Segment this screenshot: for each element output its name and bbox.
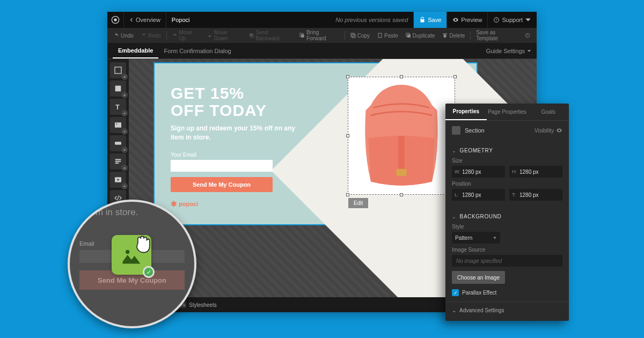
duplicate-button[interactable]: Duplicate [402, 31, 438, 41]
stylesheets-tab[interactable]: CSStylesheets [179, 301, 217, 308]
resize-handle[interactable] [346, 193, 349, 196]
app-logo-icon[interactable] [107, 12, 123, 28]
guide-settings-button[interactable]: Guide Settings [486, 48, 531, 54]
choose-image-button[interactable]: Choose an Image [452, 271, 505, 284]
resize-handle[interactable] [346, 75, 349, 78]
version-status: No previous versions saved [335, 17, 413, 23]
move-down-button[interactable]: Move Down [204, 27, 245, 43]
eye-icon [452, 17, 459, 23]
design-canvas[interactable]: GET 15%OFF TODAY Sign up and redeem your… [155, 63, 477, 224]
svg-rect-9 [352, 34, 355, 38]
top-field[interactable]: T: [509, 189, 562, 201]
grab-cursor-icon [131, 232, 155, 255]
panel-header: Section Visibility [445, 121, 569, 140]
overview-crumb[interactable]: Overview [123, 12, 166, 28]
backpack-image [348, 77, 455, 194]
tab-properties[interactable]: Properties [445, 104, 487, 120]
tab-goals[interactable]: Goals [528, 104, 569, 120]
email-input[interactable] [171, 160, 273, 172]
svg-rect-10 [378, 33, 382, 38]
section-label: Section [465, 127, 485, 134]
copy-button[interactable]: Copy [347, 31, 373, 41]
plus-icon: + [121, 110, 128, 116]
canvas-tabs: Embeddable Form Confirmation Dialog Guid… [107, 43, 537, 59]
zoom-inset: item in store. Email Send Me My Coupon ✓ [68, 200, 196, 328]
background-group-toggle[interactable]: ⌄BACKGROUND [452, 214, 562, 219]
size-label: Size [452, 158, 562, 164]
parallax-checkbox[interactable]: ✓ Parallax Effect [452, 289, 562, 296]
delete-button[interactable]: Delete [439, 31, 468, 41]
promo-subtext[interactable]: Sign up and redeem your 15% off on any i… [171, 124, 310, 142]
move-up-button[interactable]: Move Up [169, 27, 203, 43]
plus-icon: + [121, 146, 128, 153]
redo-button[interactable]: Redo [138, 31, 164, 41]
save-button[interactable]: Save [413, 12, 447, 28]
paste-button[interactable]: Paste [374, 31, 401, 41]
eye-icon [556, 127, 562, 134]
text-tool[interactable]: T+ [110, 99, 126, 115]
preview-button[interactable]: Preview [447, 12, 487, 28]
plus-icon: + [121, 183, 128, 189]
support-button[interactable]: ? Support [487, 12, 537, 28]
overview-label: Overview [136, 17, 160, 23]
image-tool[interactable]: + [110, 117, 126, 133]
visibility-toggle[interactable]: Visibility [535, 127, 562, 134]
promo-headline[interactable]: GET 15%OFF TODAY [171, 85, 310, 119]
left-input[interactable] [462, 192, 502, 198]
toolbar-help-button[interactable]: ? [522, 31, 533, 40]
checkbox-checked-icon: ✓ [452, 289, 459, 296]
zoom-text-fragment: item in store. [86, 207, 138, 218]
section-tool[interactable]: + [110, 62, 126, 78]
width-field[interactable]: W: [452, 166, 505, 178]
help-icon: ? [493, 17, 500, 23]
bring-forward-button[interactable]: Bring Forward [296, 27, 342, 43]
save-label: Save [428, 17, 441, 23]
edit-image-button[interactable]: Edit [348, 198, 368, 208]
section-icon [452, 126, 460, 135]
resize-handle[interactable] [453, 75, 457, 78]
svg-text:?: ? [527, 34, 529, 37]
undo-button[interactable]: Undo [111, 31, 137, 41]
support-label: Support [502, 17, 523, 23]
top-input[interactable] [519, 192, 560, 198]
send-backward-button[interactable]: Send Backward [246, 27, 295, 43]
style-select[interactable]: Pattern▼ [452, 232, 500, 244]
selected-image[interactable]: Edit [348, 77, 455, 195]
plus-icon: + [121, 74, 128, 80]
chevron-down-icon [525, 17, 531, 23]
left-field[interactable]: L: [452, 189, 505, 201]
box-tool[interactable]: + [110, 80, 126, 97]
resize-handle[interactable] [346, 134, 349, 137]
resize-handle[interactable] [400, 193, 403, 196]
height-field[interactable]: H: [509, 166, 562, 178]
svg-rect-19 [115, 142, 121, 144]
resize-handle[interactable] [400, 75, 403, 78]
width-input[interactable] [462, 169, 502, 175]
tab-embeddable[interactable]: Embeddable [113, 43, 158, 58]
svg-rect-8 [351, 33, 354, 36]
chevron-down-icon: ⌄ [452, 214, 457, 219]
panel-tabs: Properties Page Properties Goals [445, 104, 569, 121]
svg-point-1 [114, 18, 116, 21]
chevron-down-icon [527, 49, 531, 53]
style-label: Style [452, 224, 562, 230]
asterisk-icon: ✱ [171, 200, 177, 208]
advanced-settings-toggle[interactable]: ⌄ Advanced Settings [445, 302, 569, 321]
tab-page-properties[interactable]: Page Properties [487, 104, 528, 120]
coupon-cta-button[interactable]: Send Me My Coupon [171, 177, 273, 192]
save-template-button[interactable]: Save as Template [473, 27, 521, 43]
form-tool[interactable]: + [110, 153, 126, 170]
geometry-group-toggle[interactable]: ⌄GEOMETRY [452, 148, 562, 153]
height-input[interactable] [519, 169, 560, 175]
image-drop-icon[interactable]: ✓ [112, 235, 151, 275]
plus-icon: + [121, 92, 128, 98]
svg-rect-6 [301, 34, 304, 38]
tab-form-confirmation[interactable]: Form Confirmation Dialog [158, 43, 236, 58]
edit-toolbar: Undo Redo Move Up Move Down Send Backwar… [107, 28, 537, 43]
brand-logo: ✱popoci [171, 200, 310, 208]
lock-icon [419, 17, 426, 23]
button-tool[interactable]: + [110, 135, 126, 151]
plus-icon: + [121, 128, 128, 135]
zoom-email-label: Email [79, 240, 94, 247]
video-tool[interactable]: + [110, 172, 126, 188]
